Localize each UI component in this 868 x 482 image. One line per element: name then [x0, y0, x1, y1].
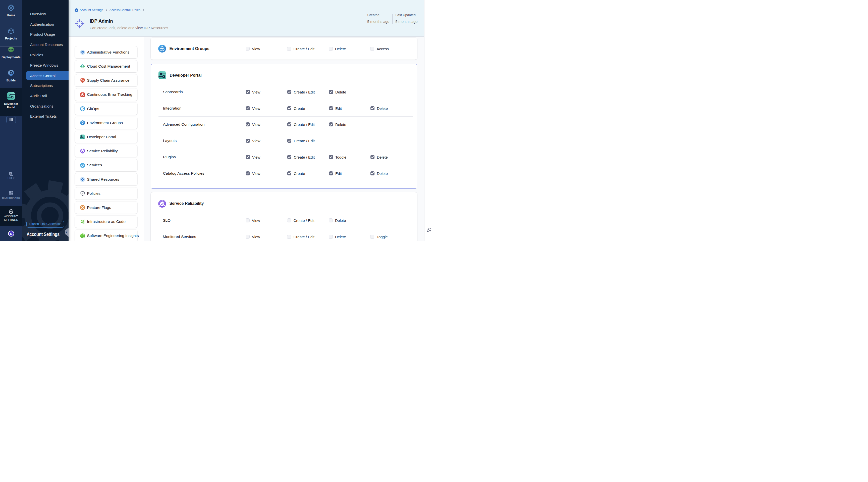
svg-text:?: ?: [10, 172, 11, 175]
svg-text:$: $: [82, 65, 83, 68]
svg-text:D: D: [10, 232, 12, 235]
